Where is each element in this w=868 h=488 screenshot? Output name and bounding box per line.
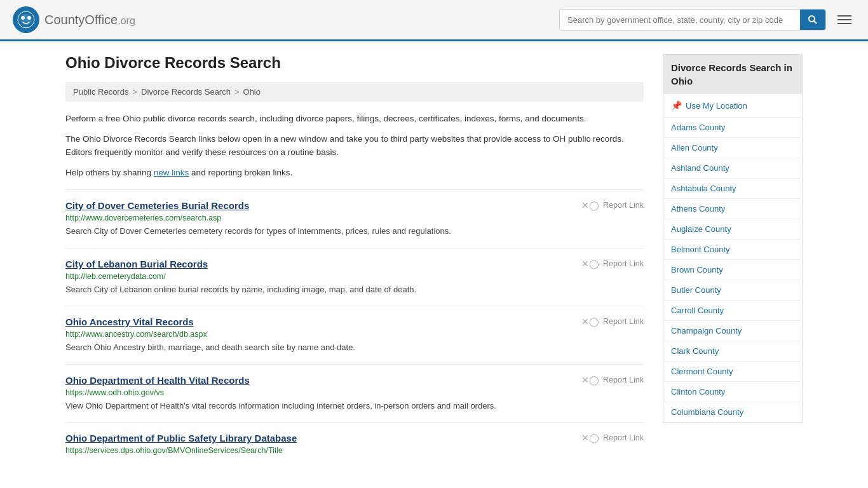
- record-desc: Search City of Lebanon online burial rec…: [65, 283, 644, 296]
- record-header: Ohio Department of Public Safety Library…: [65, 433, 644, 444]
- county-list-item: Athens County: [663, 199, 802, 219]
- report-icon: ✕◯: [581, 375, 599, 385]
- county-list-item: Clermont County: [663, 362, 802, 382]
- county-link[interactable]: Clermont County: [663, 362, 802, 381]
- county-link[interactable]: Ashland County: [663, 158, 802, 178]
- county-link[interactable]: Champaign County: [663, 321, 802, 341]
- report-link[interactable]: ✕◯ Report Link: [581, 316, 644, 327]
- county-list-item: Clinton County: [663, 382, 802, 402]
- report-icon: ✕◯: [581, 433, 599, 443]
- county-link[interactable]: Columbiana County: [663, 402, 802, 422]
- county-link[interactable]: Allen County: [663, 138, 802, 158]
- breadcrumb-public-records[interactable]: Public Records: [73, 87, 128, 97]
- county-list-item: Adams County: [663, 118, 802, 138]
- county-link[interactable]: Adams County: [663, 118, 802, 137]
- record-title[interactable]: Ohio Department of Public Safety Library…: [65, 433, 297, 444]
- svg-point-2: [21, 16, 25, 20]
- record-url[interactable]: https://www.odh.ohio.gov/vs: [65, 388, 644, 397]
- county-list-item: Clark County: [663, 341, 802, 362]
- description-3-prefix: Help others by sharing: [65, 168, 154, 177]
- logo-name: CountyOffice: [44, 13, 118, 27]
- sidebar-box: Divorce Records Search in Ohio 📌 Use My …: [663, 54, 803, 423]
- sidebar-heading: Divorce Records Search in Ohio: [663, 55, 802, 94]
- county-link[interactable]: Butler County: [663, 280, 802, 300]
- record-url[interactable]: http://www.ancestry.com/search/db.aspx: [65, 330, 644, 339]
- location-icon: 📌: [671, 100, 682, 111]
- description-2: The Ohio Divorce Records Search links be…: [65, 132, 644, 159]
- county-list-item: Belmont County: [663, 240, 802, 260]
- record-desc: View Ohio Department of Health's vital r…: [65, 400, 644, 412]
- county-list-item: Ashland County: [663, 158, 802, 179]
- county-link[interactable]: Athens County: [663, 199, 802, 219]
- header-right: [559, 9, 855, 30]
- breadcrumb-sep: >: [234, 87, 240, 97]
- report-icon: ✕◯: [581, 200, 599, 210]
- record-desc: Search Ohio Ancestry birth, marriage, an…: [65, 341, 644, 354]
- county-link[interactable]: Auglaize County: [663, 219, 802, 239]
- report-link[interactable]: ✕◯ Report Link: [581, 259, 644, 269]
- logo-text[interactable]: CountyOffice.org: [44, 13, 135, 27]
- record-title[interactable]: Ohio Department of Health Vital Records: [65, 375, 250, 386]
- description-1: Perform a free Ohio public divorce recor…: [65, 112, 644, 126]
- logo-icon: [13, 6, 39, 33]
- record-url[interactable]: http://leb.cemeterydata.com/: [65, 272, 644, 281]
- record-title[interactable]: Ohio Ancestry Vital Records: [65, 316, 194, 327]
- record-item: Ohio Department of Health Vital Records …: [65, 364, 644, 423]
- new-links-link[interactable]: new links: [154, 168, 189, 177]
- menu-line: [837, 19, 851, 20]
- main-content: Ohio Divorce Records Search Public Recor…: [65, 54, 644, 468]
- county-link[interactable]: Brown County: [663, 260, 802, 280]
- record-item: City of Dover Cemeteries Burial Records …: [65, 189, 644, 248]
- report-link[interactable]: ✕◯ Report Link: [581, 433, 644, 443]
- svg-point-4: [809, 16, 815, 22]
- record-header: City of Dover Cemeteries Burial Records …: [65, 200, 644, 211]
- search-button[interactable]: [800, 10, 825, 30]
- site-header: CountyOffice.org: [0, 0, 868, 41]
- use-my-location[interactable]: 📌 Use My Location: [663, 94, 802, 118]
- county-list: Adams CountyAllen CountyAshland CountyAs…: [663, 118, 802, 423]
- search-icon: [808, 15, 818, 25]
- record-item: Ohio Department of Public Safety Library…: [65, 422, 644, 468]
- breadcrumb-divorce-records[interactable]: Divorce Records Search: [141, 87, 231, 97]
- county-list-item: Butler County: [663, 280, 802, 301]
- county-list-item: Auglaize County: [663, 219, 802, 240]
- county-link[interactable]: Ashtabula County: [663, 179, 802, 198]
- county-link[interactable]: Carroll County: [663, 301, 802, 320]
- record-title[interactable]: City of Lebanon Burial Records: [65, 259, 208, 269]
- county-list-item: Carroll County: [663, 301, 802, 321]
- search-input[interactable]: [560, 10, 800, 30]
- record-item: City of Lebanon Burial Records ✕◯ Report…: [65, 248, 644, 306]
- record-title[interactable]: City of Dover Cemeteries Burial Records: [65, 200, 249, 211]
- breadcrumb: Public Records > Divorce Records Search …: [65, 82, 644, 102]
- record-item: Ohio Ancestry Vital Records ✕◯ Report Li…: [65, 306, 644, 364]
- record-url[interactable]: https://services.dps.ohio.gov/BMVOnlineS…: [65, 446, 644, 455]
- search-bar: [559, 9, 826, 30]
- record-header: Ohio Ancestry Vital Records ✕◯ Report Li…: [65, 316, 644, 327]
- record-desc: Search City of Dover Cemeteries cemetery…: [65, 225, 644, 238]
- record-header: City of Lebanon Burial Records ✕◯ Report…: [65, 259, 644, 269]
- svg-point-3: [27, 16, 31, 20]
- record-url[interactable]: http://www.dovercemeteries.com/search.as…: [65, 214, 644, 222]
- breadcrumb-sep: >: [132, 87, 137, 97]
- description-3-suffix: and reporting broken links.: [189, 168, 292, 177]
- logo-area: CountyOffice.org: [13, 6, 135, 33]
- location-label: Use My Location: [686, 101, 747, 111]
- county-list-item: Allen County: [663, 138, 802, 158]
- page-container: Ohio Divorce Records Search Public Recor…: [53, 41, 815, 480]
- page-title: Ohio Divorce Records Search: [65, 54, 644, 72]
- county-list-item: Ashtabula County: [663, 179, 802, 199]
- county-list-item: Champaign County: [663, 321, 802, 341]
- county-link[interactable]: Belmont County: [663, 240, 802, 259]
- report-link[interactable]: ✕◯ Report Link: [581, 200, 644, 210]
- report-icon: ✕◯: [581, 259, 599, 269]
- report-icon: ✕◯: [581, 316, 599, 327]
- report-link[interactable]: ✕◯ Report Link: [581, 375, 644, 385]
- sidebar: Divorce Records Search in Ohio 📌 Use My …: [663, 54, 803, 468]
- county-list-item: Brown County: [663, 260, 802, 280]
- description-3: Help others by sharing new links and rep…: [65, 166, 644, 180]
- county-link[interactable]: Clinton County: [663, 382, 802, 402]
- svg-line-5: [814, 21, 817, 24]
- menu-line: [837, 15, 851, 17]
- county-link[interactable]: Clark County: [663, 341, 802, 361]
- hamburger-menu-button[interactable]: [834, 11, 855, 28]
